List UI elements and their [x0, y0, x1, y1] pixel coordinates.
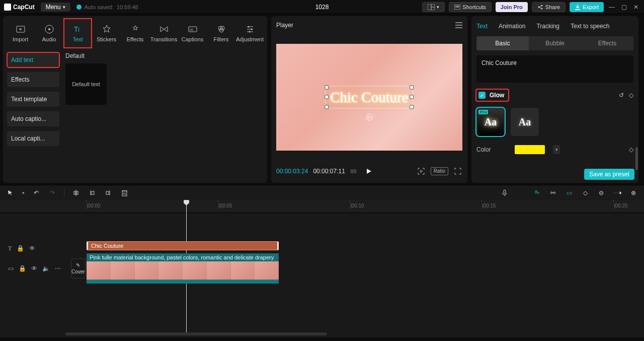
svg-rect-34	[76, 191, 78, 194]
tab-transitions[interactable]: Transitions	[149, 18, 178, 48]
timeline-scrollbar[interactable]	[65, 332, 639, 335]
pro-badge: Pro	[478, 110, 488, 114]
glow-toggle[interactable]: ✓ Glow	[476, 90, 508, 101]
library-item-default-text[interactable]: Default text	[65, 63, 107, 105]
adjustment-icon	[245, 24, 255, 34]
play-button[interactable]	[364, 167, 373, 176]
timeline-marks-icon[interactable]	[350, 167, 359, 176]
resize-handle-top-right[interactable]	[410, 85, 414, 89]
tab-captions[interactable]: cc Captions	[178, 18, 207, 48]
media-body: Add text Effects Text template Auto capt…	[3, 48, 267, 183]
subnav-add-text[interactable]: Add text	[7, 52, 59, 67]
preview-thumb-icon[interactable]: ▭	[565, 188, 574, 197]
subtab-bubble[interactable]: Bubble	[529, 36, 581, 50]
color-dropdown-caret-icon[interactable]: ▾	[553, 145, 560, 154]
timeline[interactable]: |00:00 |00:05 |00:10 |00:15 |00:20 T 🔒 👁…	[0, 200, 644, 337]
player-menu-icon[interactable]	[455, 22, 462, 28]
framing-icon[interactable]	[417, 167, 426, 176]
track-more-icon[interactable]: ⋯	[55, 265, 61, 272]
color-keyframe-icon[interactable]: ◇	[629, 146, 633, 153]
window-close-icon[interactable]: ✕	[632, 3, 640, 11]
join-pro-button[interactable]: Join Pro	[496, 2, 528, 12]
lock-icon[interactable]: 🔒	[17, 245, 24, 252]
ruler-tick: |00:00	[87, 203, 101, 209]
share-button[interactable]: Share	[532, 2, 566, 12]
inspector-tab-text[interactable]: Text	[476, 23, 488, 30]
keyframe-icon[interactable]: ◇	[629, 92, 633, 99]
fullscreen-icon[interactable]	[453, 167, 462, 176]
subtab-effects[interactable]: Effects	[581, 36, 633, 50]
resize-handle-top-left[interactable]	[325, 85, 329, 89]
snap-on-icon[interactable]: ⥱	[532, 188, 541, 197]
menu-button[interactable]: Menu	[41, 3, 70, 12]
text-subnav: Add text Effects Text template Auto capt…	[7, 52, 59, 179]
rotate-handle[interactable]: ⟳	[366, 113, 373, 120]
zoom-in-icon[interactable]: ⊕	[629, 188, 638, 197]
subtab-basic[interactable]: Basic	[476, 36, 529, 50]
ruler-tick: |00:20	[614, 203, 628, 209]
svg-rect-36	[92, 191, 94, 194]
inspector-tabs: Text Animation Tracking Text to speech	[471, 16, 638, 36]
subnav-auto-captions[interactable]: Auto captio...	[7, 111, 59, 126]
marker-icon[interactable]: ◇	[581, 188, 590, 197]
subnav-effects[interactable]: Effects	[7, 72, 59, 87]
zoom-out-icon[interactable]: ⊖	[597, 188, 606, 197]
glow-preset-1[interactable]: Pro Aa	[476, 108, 505, 136]
resize-handle-bottom-right[interactable]	[410, 105, 414, 109]
tab-stickers[interactable]: Stickers	[92, 18, 121, 48]
link-icon[interactable]: ⚯	[548, 188, 557, 197]
zoom-slider[interactable]	[613, 188, 622, 197]
text-content-input[interactable]: Chic Couture	[476, 55, 633, 83]
tab-filters[interactable]: Filters	[207, 18, 235, 48]
save-preset-button[interactable]: Save as preset	[584, 169, 634, 180]
window-minimize-icon[interactable]: —	[608, 3, 616, 11]
inspector-tab-animation[interactable]: Animation	[499, 23, 525, 30]
tab-audio[interactable]: Audio	[35, 18, 63, 48]
preset-sample-icon: Aa	[519, 116, 531, 128]
timeline-clip-text[interactable]: Chic Couture	[87, 241, 279, 250]
cover-button[interactable]: ✎ Cover	[71, 258, 86, 279]
inspector-subtabs: Basic Bubble Effects	[476, 36, 633, 50]
lock-icon[interactable]: 🔒	[19, 265, 26, 272]
reset-icon[interactable]: ↺	[619, 92, 624, 99]
inspector-tab-tracking[interactable]: Tracking	[536, 23, 559, 30]
window-maximize-icon[interactable]: ▢	[620, 3, 628, 11]
subnav-text-template[interactable]: Text template	[7, 92, 59, 107]
timeline-toolbar: ▾ ↶ ↷ ⥱ ⚯ ▭ ◇ ⊖ ⊕	[0, 185, 644, 200]
split-icon[interactable]	[71, 188, 80, 197]
panel-scrollbar[interactable]	[635, 147, 638, 170]
export-button[interactable]: Export	[570, 2, 604, 12]
export-icon	[575, 4, 581, 10]
glow-presets: Pro Aa Aa	[476, 108, 633, 136]
color-swatch[interactable]	[515, 145, 545, 154]
svg-text:I: I	[78, 27, 79, 33]
player-viewport[interactable]: Chic Couture ⟳	[271, 34, 467, 160]
tab-adjustment[interactable]: Adjustment	[235, 18, 264, 48]
text-overlay[interactable]: Chic Couture ⟳	[327, 88, 411, 106]
undo-icon[interactable]: ↶	[32, 188, 41, 197]
glow-preset-2[interactable]: Aa	[511, 108, 539, 136]
timeline-ruler[interactable]: |00:00 |00:05 |00:10 |00:15 |00:20	[0, 200, 644, 213]
resize-handle-mid-left[interactable]	[325, 95, 329, 99]
trim-right-icon[interactable]	[104, 188, 113, 197]
resize-handle-bottom-left[interactable]	[325, 105, 329, 109]
delete-icon[interactable]	[120, 188, 129, 197]
visibility-icon[interactable]: 👁	[29, 245, 35, 252]
shortcuts-button[interactable]: Shortcuts	[449, 2, 491, 12]
inspector-tab-tts[interactable]: Text to speech	[571, 23, 609, 30]
mute-icon[interactable]: 🔈	[42, 265, 50, 272]
tab-effects[interactable]: Effects	[121, 18, 149, 48]
mic-icon[interactable]	[500, 188, 509, 197]
time-total: 00:00:07:11	[313, 168, 345, 175]
layout-button[interactable]: ▾	[422, 2, 445, 12]
resize-handle-mid-right[interactable]	[410, 95, 414, 99]
ratio-button[interactable]: Ratio	[431, 167, 448, 175]
trim-left-icon[interactable]	[88, 188, 97, 197]
subnav-local-captions[interactable]: Local capti...	[7, 131, 59, 146]
selection-tool-icon[interactable]	[6, 188, 15, 197]
tab-text[interactable]: TI Text	[63, 18, 92, 48]
tab-import[interactable]: Import	[6, 18, 35, 48]
visibility-icon[interactable]: 👁	[31, 265, 37, 272]
timeline-clip-video[interactable]: Pink tulle material background, pastel c…	[87, 253, 279, 284]
redo-icon[interactable]: ↷	[48, 188, 57, 197]
